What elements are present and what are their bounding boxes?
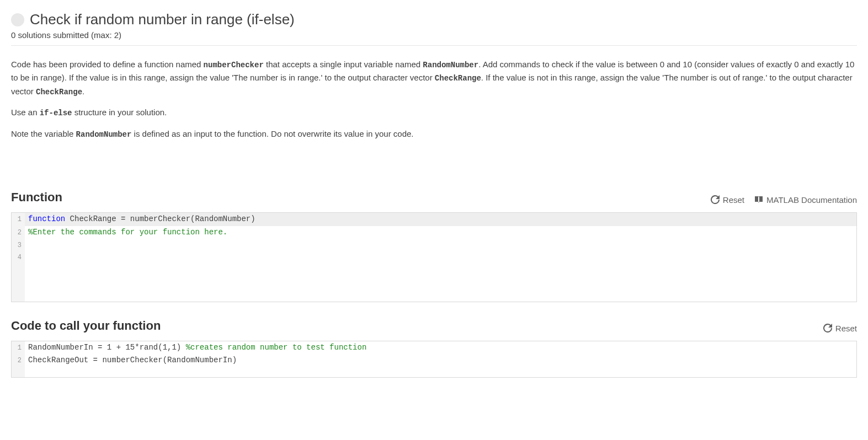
- reset-label: Reset: [723, 195, 744, 205]
- code-content[interactable]: RandomNumberIn = 1 + 15*rand(1,1) %creat…: [25, 341, 856, 355]
- editor-filler[interactable]: [12, 263, 856, 302]
- reset-label: Reset: [835, 324, 857, 333]
- editor-filler[interactable]: [12, 367, 856, 377]
- reset-button[interactable]: Reset: [823, 324, 857, 333]
- line-number: 1: [12, 213, 25, 226]
- code-line[interactable]: 2 CheckRangeOut = numberChecker(RandomNu…: [12, 354, 856, 367]
- code-line[interactable]: 1 function CheckRange = numberChecker(Ra…: [12, 213, 856, 226]
- call-toolbar: Reset: [823, 324, 857, 333]
- function-editor[interactable]: 1 function CheckRange = numberChecker(Ra…: [11, 212, 857, 302]
- code-content[interactable]: CheckRangeOut = numberChecker(RandomNumb…: [25, 354, 856, 367]
- problem-header: Check if random number in range (if-else…: [11, 11, 857, 28]
- code-term: RandomNumber: [76, 130, 132, 139]
- call-editor[interactable]: 1 RandomNumberIn = 1 + 15*rand(1,1) %cre…: [11, 341, 857, 378]
- description-paragraph-1: Code has been provided to define a funct…: [11, 58, 857, 98]
- description-paragraph-3: Note the variable RandomNumber is define…: [11, 127, 857, 141]
- status-indicator: [11, 13, 24, 26]
- problem-description: Code has been provided to define a funct…: [11, 58, 857, 141]
- reset-icon: [711, 195, 720, 204]
- line-number: 4: [12, 251, 25, 263]
- reset-icon: [823, 324, 832, 332]
- code-content[interactable]: [25, 251, 856, 263]
- submission-count: 0 solutions submitted (max: 2): [11, 30, 857, 40]
- description-paragraph-2: Use an if-else structure in your solutio…: [11, 106, 857, 119]
- line-number: 1: [12, 341, 25, 355]
- function-section-header: Function Reset MATLAB Documentation: [11, 190, 857, 205]
- code-line[interactable]: 2 %Enter the commands for your function …: [12, 226, 856, 239]
- line-number: 2: [12, 226, 25, 239]
- code-content[interactable]: %Enter the commands for your function he…: [25, 226, 856, 239]
- line-number: 3: [12, 239, 25, 251]
- book-icon: [754, 195, 763, 204]
- code-line[interactable]: 3: [12, 239, 856, 251]
- function-toolbar: Reset MATLAB Documentation: [711, 195, 857, 205]
- matlab-doc-label: MATLAB Documentation: [766, 195, 857, 205]
- code-content[interactable]: function CheckRange = numberChecker(Rand…: [25, 213, 856, 226]
- line-number: 2: [12, 354, 25, 367]
- code-term: numberChecker: [204, 61, 264, 69]
- reset-button[interactable]: Reset: [711, 195, 744, 205]
- code-term: CheckRange: [36, 88, 82, 96]
- header-divider: [11, 45, 857, 46]
- call-section-title: Code to call your function: [11, 319, 161, 333]
- code-line[interactable]: 1 RandomNumberIn = 1 + 15*rand(1,1) %cre…: [12, 341, 856, 355]
- code-content[interactable]: [25, 239, 856, 251]
- code-line[interactable]: 4: [12, 251, 856, 263]
- matlab-doc-link[interactable]: MATLAB Documentation: [754, 195, 857, 205]
- problem-title: Check if random number in range (if-else…: [30, 11, 295, 28]
- code-term: CheckRange: [435, 74, 481, 83]
- call-section-header: Code to call your function Reset: [11, 319, 857, 333]
- code-term: if-else: [40, 109, 72, 117]
- function-section-title: Function: [11, 190, 62, 205]
- code-term: RandomNumber: [423, 61, 478, 69]
